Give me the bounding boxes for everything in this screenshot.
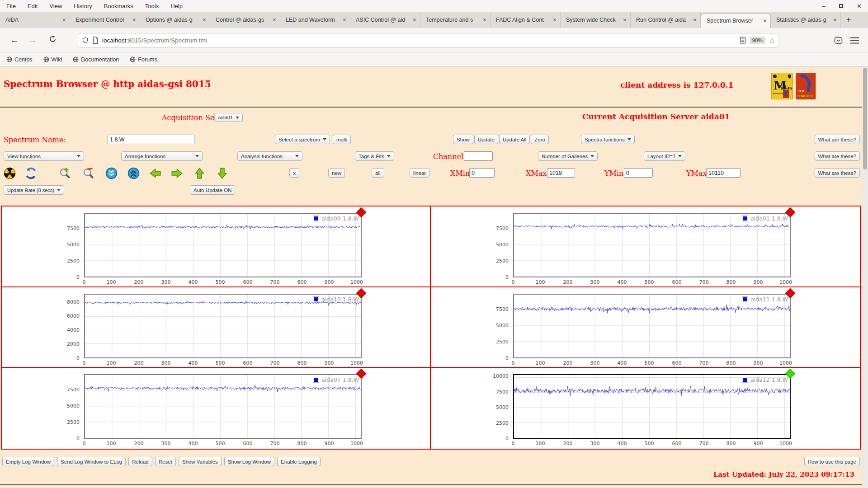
bookmark-centos[interactable]: Centos (6, 56, 33, 63)
all-button[interactable]: all (372, 168, 384, 178)
chart-cell-6[interactable]: 0250050007500100000100200300400500600700… (431, 368, 860, 449)
tab-close-icon[interactable]: × (691, 16, 697, 23)
forward-icon[interactable]: → (28, 35, 37, 45)
channel-input[interactable] (464, 151, 493, 161)
tab-statistics-aidas-g[interactable]: Statistics @ aidas-g× (771, 12, 841, 28)
zoom-level-badge[interactable]: 90% (750, 37, 765, 44)
menu-file[interactable]: File (6, 3, 16, 9)
back-icon[interactable]: ← (10, 35, 19, 45)
new-button[interactable]: new (328, 168, 345, 178)
tags-fits-dropdown[interactable]: Tags & Fits (355, 151, 394, 161)
tab-spectrum-browser[interactable]: Spectrum Browser× (701, 13, 771, 28)
tab-led-and-waveform[interactable]: LED and Waveform× (280, 12, 350, 28)
zoom-in-icon[interactable] (59, 167, 71, 179)
ymin-input[interactable] (624, 168, 653, 178)
what-are-these-button-1[interactable]: What are these? (815, 135, 860, 144)
spectra-functions-dropdown[interactable]: Spectra functions (581, 135, 635, 144)
tab-close-icon[interactable]: × (551, 16, 557, 23)
menu-edit[interactable]: Edit (28, 3, 38, 9)
menu-help[interactable]: Help (170, 3, 183, 9)
how-to-use-button[interactable]: How to use this page (804, 457, 860, 466)
tab-run-control-aida[interactable]: Run Control @ aida× (631, 12, 701, 28)
arrange-functions-dropdown[interactable]: Arrange functions (121, 151, 203, 161)
bookmark-star-icon[interactable]: ☆ (769, 36, 775, 45)
chart-plot[interactable] (84, 374, 362, 439)
chart-cell-2[interactable]: 0250050007500010020030040050060070080090… (431, 206, 860, 287)
tab-close-icon[interactable]: × (411, 16, 416, 23)
chart-cell-3[interactable]: 0200040006000800001002003004005006007008… (2, 287, 431, 368)
xmax-input[interactable] (547, 168, 575, 178)
what-are-these-button-3[interactable]: What are these? (815, 168, 860, 178)
menu-history[interactable]: History (74, 3, 92, 9)
tab-close-icon[interactable]: × (341, 16, 346, 23)
menu-tools[interactable]: Tools (145, 3, 159, 9)
new-tab-button[interactable]: + (841, 12, 856, 28)
arrow-left-icon[interactable] (149, 167, 161, 179)
tab-close-icon[interactable]: × (61, 16, 66, 23)
chart-plot[interactable] (513, 374, 791, 439)
send-log-window-to-elog-button[interactable]: Send Log Window to ELog (57, 457, 126, 466)
arrow-right-icon[interactable] (171, 167, 183, 179)
expand-down-icon[interactable] (105, 167, 118, 179)
show-log-window-button[interactable]: Show Log Window (224, 457, 274, 466)
tab-close-icon[interactable]: × (761, 17, 767, 24)
hamburger-menu-icon[interactable] (850, 37, 859, 44)
bookmark-documentation[interactable]: Documentation (73, 56, 119, 63)
auto-update-button[interactable]: Auto Update ON (190, 185, 235, 195)
multi-button[interactable]: multi (333, 135, 351, 144)
empty-log-window-button[interactable]: Empty Log Window (2, 457, 54, 466)
tab-temperature-and-s[interactable]: Temperature and s× (420, 12, 491, 28)
ymax-input[interactable] (706, 168, 741, 178)
number-of-galleries-dropdown[interactable]: Number of Galleries (538, 151, 598, 161)
close-icon[interactable]: ✕ (857, 3, 862, 9)
tab-system-wide-check[interactable]: System wide Check× (561, 12, 631, 28)
tab-close-icon[interactable]: × (481, 16, 486, 23)
tab-close-icon[interactable]: × (271, 16, 276, 23)
enable-logging-button[interactable]: Enable Logging (277, 457, 321, 466)
tab-options-aidas-g[interactable]: Options @ aidas-g× (140, 12, 210, 28)
tab-aida[interactable]: AIDA× (0, 12, 70, 28)
tab-close-icon[interactable]: × (831, 16, 837, 23)
tab-close-icon[interactable]: × (201, 16, 206, 23)
chart-cell-5[interactable]: 0250050007500010020030040050060070080090… (2, 368, 431, 449)
bookmark-wiki[interactable]: Wiki (43, 56, 62, 63)
chart-plot[interactable] (84, 213, 362, 277)
view-functions-dropdown[interactable]: View functions (4, 151, 84, 161)
zero-button[interactable]: Zero (531, 135, 549, 144)
reload-button[interactable]: Reload (128, 457, 152, 466)
tab-asic-control-aid[interactable]: ASIC Control @ aid× (350, 12, 420, 28)
menu-bookmarks[interactable]: Bookmarks (104, 3, 133, 9)
tab-control-aidas-gs[interactable]: Control @ aidas-gs× (210, 12, 280, 28)
show-variables-button[interactable]: Show Variables (179, 457, 222, 466)
url-text[interactable]: localhost:8015/Spectrum/Spectrum.tml (102, 37, 740, 44)
update-all-button[interactable]: Update All (499, 135, 530, 144)
maximize-icon[interactable] (839, 4, 843, 8)
reload-icon[interactable] (49, 35, 57, 45)
chart-plot[interactable] (513, 213, 791, 277)
refresh-icon[interactable] (25, 167, 37, 179)
tab-experiment-control[interactable]: Experiment Control× (70, 12, 140, 28)
page-scrollbar[interactable] (862, 67, 868, 488)
spectrum-name-input[interactable] (108, 135, 194, 144)
tab-close-icon[interactable]: × (621, 16, 627, 23)
chart-plot[interactable] (84, 294, 362, 358)
arrow-up-icon[interactable] (193, 167, 206, 179)
update-button[interactable]: Update (474, 135, 498, 144)
pocket-icon[interactable] (834, 36, 843, 45)
arrow-down-icon[interactable] (216, 167, 228, 179)
page-icon[interactable] (92, 37, 99, 44)
reader-mode-icon[interactable] (740, 37, 746, 44)
what-are-these-button-2[interactable]: What are these? (815, 151, 860, 161)
x-button[interactable]: x (289, 168, 299, 178)
bookmark-forums[interactable]: Forums (130, 56, 157, 63)
minimize-icon[interactable]: – (822, 3, 826, 9)
scrollbar-thumb[interactable] (863, 68, 867, 169)
tab-close-icon[interactable]: × (131, 16, 136, 23)
menu-view[interactable]: View (49, 3, 62, 9)
acquisition-server-select[interactable]: aida01 (214, 113, 243, 122)
update-rate-dropdown[interactable]: Update Rate (8 secs) (4, 185, 64, 195)
shield-icon[interactable] (82, 37, 89, 44)
xmin-input[interactable] (469, 168, 495, 178)
url-bar[interactable]: localhost:8015/Spectrum/Spectrum.tml 90%… (78, 33, 779, 47)
radiation-icon[interactable] (4, 167, 16, 179)
